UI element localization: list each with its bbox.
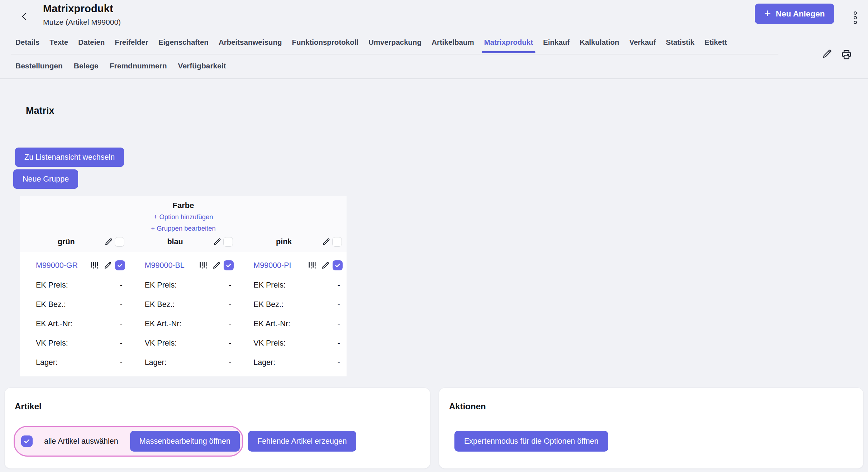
edit-article-button[interactable]	[103, 261, 113, 270]
article-checkbox-checked[interactable]	[333, 260, 343, 270]
row-label: Lager:	[253, 358, 275, 367]
row-label: EK Art.-Nr:	[36, 319, 73, 328]
new-group-button[interactable]: Neue Gruppe	[13, 169, 78, 189]
row-label: EK Preis:	[145, 281, 177, 290]
cell-value: -	[229, 339, 231, 348]
option-checkbox[interactable]	[332, 237, 342, 247]
secondary-tab-bar: Bestellungen Belege Fremdnummern Verfügb…	[15, 62, 226, 70]
cell-value: -	[338, 319, 340, 328]
tab-kalkulation[interactable]: Kalkulation	[574, 37, 624, 52]
table-row-vk-preis: VK Preis:- VK Preis:- VK Preis:-	[20, 333, 347, 353]
edit-button[interactable]	[821, 48, 833, 61]
tab-einkauf[interactable]: Einkauf	[538, 37, 574, 52]
pencil-icon	[321, 237, 331, 246]
header-divider	[0, 78, 868, 79]
articles-card-title: Artikel	[15, 401, 42, 411]
article-checkbox-checked[interactable]	[224, 260, 234, 270]
barcode-button[interactable]	[90, 260, 102, 271]
pencil-icon	[213, 237, 222, 246]
cell-value: -	[229, 281, 231, 290]
edit-groups-link[interactable]: + Gruppen bearbeiten	[20, 224, 347, 233]
pencil-icon	[821, 48, 833, 61]
row-label: VK Preis:	[145, 339, 177, 348]
select-all-checkbox[interactable]	[21, 435, 33, 447]
cell-value: -	[120, 319, 122, 328]
row-label: EK Preis:	[253, 281, 286, 290]
option-column-pink: pink	[238, 235, 347, 250]
article-link[interactable]: M99000-PI	[253, 261, 291, 270]
cell-value: -	[338, 339, 340, 348]
tab-matrixprodukt[interactable]: Matrixprodukt	[479, 37, 538, 52]
table-row-ek-preis: EK Preis:- EK Preis:- EK Preis:-	[20, 275, 347, 295]
overflow-menu-button[interactable]	[849, 9, 861, 27]
articles-card: Artikel alle Artikel auswählen Massenbea…	[4, 387, 430, 469]
back-button[interactable]	[17, 9, 32, 24]
article-link[interactable]: M99000-BL	[145, 261, 185, 270]
article-cell-gruen: M99000-GR	[20, 255, 129, 275]
subtab-verfuegbarkeit[interactable]: Verfügbarkeit	[178, 62, 226, 70]
add-option-link[interactable]: + Option hinzufügen	[20, 212, 347, 222]
table-row-lager: Lager:- Lager:- Lager:-	[20, 353, 347, 372]
pencil-icon	[212, 261, 221, 270]
subtab-bestellungen[interactable]: Bestellungen	[15, 62, 63, 70]
row-label: EK Bez.:	[145, 300, 175, 309]
cell-value: -	[229, 358, 231, 367]
option-group-name: Farbe	[20, 201, 347, 210]
checkmark-icon	[117, 262, 123, 269]
tab-umverpackung[interactable]: Umverpackung	[363, 37, 426, 52]
bulk-edit-button[interactable]: Massenbearbeitung öffnen	[130, 431, 240, 452]
tab-eigenschaften[interactable]: Eigenschaften	[153, 37, 214, 52]
tab-artikelbaum[interactable]: Artikelbaum	[426, 37, 479, 52]
tab-dateien[interactable]: Dateien	[73, 37, 110, 52]
edit-option-button[interactable]	[321, 237, 331, 246]
option-name: grün	[29, 237, 104, 246]
option-column-blau: blau	[129, 235, 238, 250]
printer-icon	[840, 48, 853, 61]
tab-arbeitsanweisung[interactable]: Arbeitsanweisung	[214, 37, 287, 52]
barcode-button[interactable]	[199, 260, 210, 271]
actions-card-title: Aktionen	[449, 401, 486, 411]
cell-value: -	[120, 339, 122, 348]
tab-statistik[interactable]: Statistik	[661, 37, 700, 52]
tab-verkauf[interactable]: Verkauf	[624, 37, 661, 52]
cell-value: -	[120, 300, 122, 309]
edit-article-button[interactable]	[212, 261, 221, 270]
tab-etikett[interactable]: Etikett	[700, 37, 732, 52]
plus-icon: +	[764, 8, 771, 19]
tab-freifelder[interactable]: Freifelder	[110, 37, 153, 52]
expert-mode-button[interactable]: Expertenmodus für die Optionen öffnen	[454, 431, 608, 452]
tab-details[interactable]: Details	[11, 37, 44, 52]
cell-value: -	[338, 300, 340, 309]
row-label: EK Preis:	[36, 281, 68, 290]
cell-value: -	[229, 300, 231, 309]
matrix-table: Farbe + Option hinzufügen + Gruppen bear…	[20, 196, 347, 376]
print-button[interactable]	[840, 48, 853, 61]
option-name: pink	[246, 237, 321, 246]
edit-article-button[interactable]	[321, 261, 330, 270]
article-link[interactable]: M99000-GR	[36, 261, 78, 270]
option-checkbox[interactable]	[115, 237, 124, 247]
subtab-belege[interactable]: Belege	[74, 62, 99, 70]
option-checkbox[interactable]	[223, 237, 233, 247]
tab-texte[interactable]: Texte	[44, 37, 73, 52]
matrix-section-title: Matrix	[26, 105, 54, 116]
article-checkbox-checked[interactable]	[115, 260, 125, 270]
barcode-button[interactable]	[308, 260, 319, 271]
create-missing-articles-button[interactable]: Fehlende Artikel erzeugen	[248, 431, 356, 452]
option-name: blau	[138, 237, 213, 246]
article-row: M99000-GR M99000-BL M99000-PI	[20, 255, 347, 275]
edit-option-button[interactable]	[104, 237, 113, 246]
row-label: EK Art.-Nr:	[145, 319, 182, 328]
barcode-icon	[90, 260, 102, 271]
pencil-icon	[104, 237, 113, 246]
new-create-button[interactable]: + Neu Anlegen	[755, 4, 834, 24]
chevron-left-icon	[19, 11, 29, 21]
matrix-table-body: M99000-GR M99000-BL M99000-PI	[20, 252, 347, 376]
select-all-label: alle Artikel auswählen	[44, 437, 118, 446]
barcode-icon	[199, 260, 210, 271]
switch-to-list-view-button[interactable]: Zu Listenansicht wechseln	[15, 148, 124, 167]
tab-funktionsprotokoll[interactable]: Funktionsprotokoll	[287, 37, 363, 52]
option-column-gruen: grün	[20, 235, 129, 250]
edit-option-button[interactable]	[213, 237, 222, 246]
subtab-fremdnummern[interactable]: Fremdnummern	[110, 62, 167, 70]
